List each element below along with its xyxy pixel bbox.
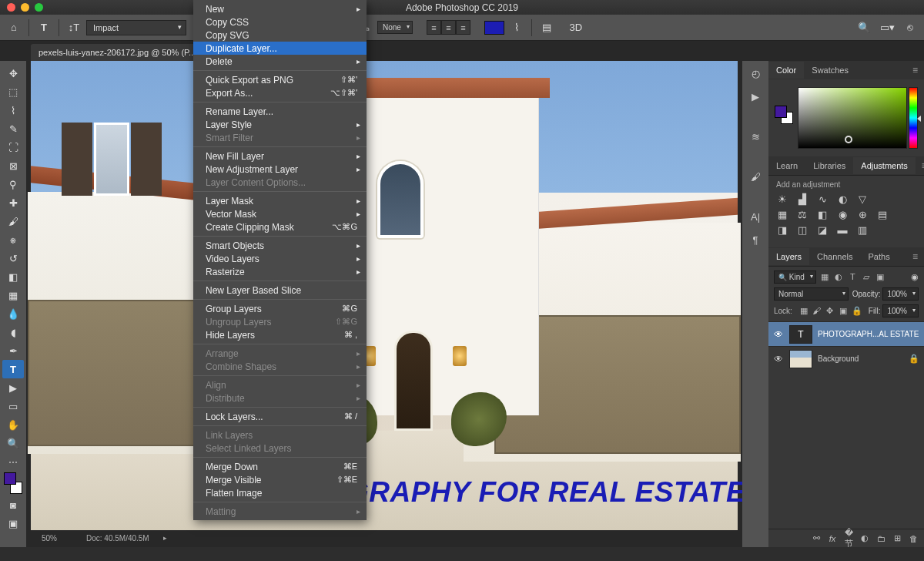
zoom-tool[interactable]: 🔍 [2,434,24,452]
quick-select-tool[interactable]: ✎ [2,119,24,138]
brushes-panel-icon[interactable]: ≋ [748,129,763,144]
menu-item[interactable]: Create Clipping Mask⌥⌘G [193,220,367,233]
filter-pixel-icon[interactable]: ▦ [820,272,830,282]
status-menu-icon[interactable]: ▸ [163,534,167,542]
filter-toggle-icon[interactable]: ◉ [911,272,919,282]
font-family-dropdown[interactable]: Impact [86,20,186,35]
lasso-tool[interactable]: ⌇ [2,101,24,119]
share-icon[interactable]: ⎋ [902,20,918,35]
hue-slider[interactable] [909,87,918,149]
align-right-button[interactable]: ≡ [456,20,470,35]
gradient-tool[interactable]: ▦ [2,286,24,304]
layer-mask-icon[interactable]: �节 [844,528,853,549]
fg-bg-color[interactable] [2,471,24,495]
pen-tool[interactable]: ✒ [2,341,24,360]
menu-item[interactable]: Layer Style▸ [193,118,367,131]
align-left-button[interactable]: ≡ [427,20,441,35]
menu-item[interactable]: Copy CSS [193,15,367,29]
gradientmap-adj-icon[interactable]: ▬ [836,224,849,236]
new-group-icon[interactable]: 🗀 [876,534,886,543]
actions-panel-icon[interactable]: ▶ [748,89,763,104]
filter-smart-icon[interactable]: ▣ [875,272,886,282]
vibrance-adj-icon[interactable]: ▽ [856,193,869,205]
brush-tool[interactable]: 🖌 [2,212,24,230]
frame-tool[interactable]: ⊠ [2,156,24,175]
shape-tool[interactable]: ▭ [2,397,24,415]
menu-item[interactable]: New▸ [193,2,367,15]
menu-item[interactable]: Export As...⌥⇧⌘' [193,86,367,99]
threshold-adj-icon[interactable]: ◪ [816,224,829,236]
paragraph-panel-icon[interactable]: ¶ [748,232,763,247]
menu-item[interactable]: Quick Export as PNG⇧⌘' [193,73,367,86]
color-field[interactable] [798,87,907,149]
warp-text-icon[interactable]: ⌇ [509,20,524,35]
healing-tool[interactable]: ✚ [2,193,24,212]
layer-visibility-icon[interactable]: 👁 [773,354,784,364]
move-tool[interactable]: ✥ [2,64,24,82]
crop-tool[interactable]: ⛶ [2,138,24,156]
layers-panel-menu-icon[interactable]: ≡ [906,251,924,262]
edit-toolbar-icon[interactable]: ⋯ [8,457,18,468]
exposure-adj-icon[interactable]: ◐ [836,193,849,205]
blend-mode-dropdown[interactable]: Normal [774,287,849,301]
levels-adj-icon[interactable]: ▟ [796,193,808,205]
marquee-tool[interactable]: ⬚ [2,82,24,101]
layer-row[interactable]: 👁 Background 🔒 [768,346,924,371]
menu-item[interactable]: Merge Down⌘E [193,460,367,473]
channels-tab[interactable]: Channels [809,248,860,265]
link-layers-icon[interactable]: ⚯ [812,533,821,543]
lock-all-icon[interactable]: 🔒 [852,306,861,316]
menu-item[interactable]: Group Layers⌘G [193,302,367,315]
filter-shape-icon[interactable]: ▱ [862,272,872,282]
channelmixer-adj-icon[interactable]: ⊕ [856,209,869,220]
quickmask-icon[interactable]: ◙ [2,495,24,514]
color-fg-bg[interactable] [775,106,793,124]
filter-adjust-icon[interactable]: ◐ [834,272,844,282]
menu-item[interactable]: New Layer Based Slice [193,284,367,297]
new-adjustment-icon[interactable]: ◐ [860,533,869,543]
workspace-icon[interactable]: ▭▾ [879,20,895,35]
menu-item[interactable]: Merge Visible⇧⌘E [193,473,367,486]
menu-item[interactable]: New Adjustment Layer▸ [193,163,367,176]
character-panel-icon-2[interactable]: A| [748,209,763,224]
curves-adj-icon[interactable]: ∿ [816,193,829,205]
menu-item[interactable]: Rename Layer... [193,105,367,118]
brightness-adj-icon[interactable]: ☀ [776,193,788,205]
menu-item[interactable]: Copy SVG [193,29,367,42]
hand-tool[interactable]: ✋ [2,415,24,434]
layer-visibility-icon[interactable]: 👁 [773,329,784,340]
menu-item[interactable]: Lock Layers...⌘ / [193,410,367,423]
filter-type-icon[interactable]: T [848,272,858,282]
document-canvas[interactable]: PHOTOGRAPHY FOR REAL ESTATE [31,61,738,530]
lock-transparent-icon[interactable]: ▦ [799,306,808,316]
path-select-tool[interactable]: ▶ [2,378,24,397]
lock-paint-icon[interactable]: 🖌 [812,306,822,316]
selectivecolor-adj-icon[interactable]: ▥ [856,224,869,236]
colorlookup-adj-icon[interactable]: ▤ [876,209,889,220]
menu-item[interactable]: Duplicate Layer... [193,42,367,55]
lock-artboard-icon[interactable]: ▣ [839,306,848,316]
text-color-swatch[interactable] [484,21,504,35]
adjustments-panel-menu-icon[interactable]: ≡ [916,160,924,171]
blur-tool[interactable]: 💧 [2,304,24,323]
align-center-button[interactable]: ≡ [441,20,456,35]
layer-filter-dropdown[interactable]: 🔍 Kind [774,270,816,284]
eyedropper-tool[interactable]: ⚲ [2,175,24,193]
type-tool[interactable]: T [2,360,24,378]
posterize-adj-icon[interactable]: ◫ [796,224,808,236]
menu-item[interactable]: Delete▸ [193,55,367,68]
bw-adj-icon[interactable]: ◧ [816,209,829,220]
eraser-tool[interactable]: ◧ [2,267,24,286]
fill-dropdown[interactable]: 100% [882,304,919,317]
menu-item[interactable]: Flatten Image [193,486,367,499]
menu-item[interactable]: Vector Mask▸ [193,207,367,220]
color-panel-menu-icon[interactable]: ≡ [906,65,924,76]
layer-row[interactable]: 👁 T PHOTOGRAPH...AL ESTATE [768,321,924,346]
paths-tab[interactable]: Paths [861,248,898,265]
hue-adj-icon[interactable]: ▦ [776,209,788,220]
libraries-tab[interactable]: Libraries [805,157,853,174]
menu-item[interactable]: Layer Mask▸ [193,194,367,207]
menu-item[interactable]: Hide Layers⌘ , [193,328,367,341]
swatches-tab[interactable]: Swatches [804,62,856,79]
menu-item[interactable]: Video Layers▸ [193,252,367,265]
